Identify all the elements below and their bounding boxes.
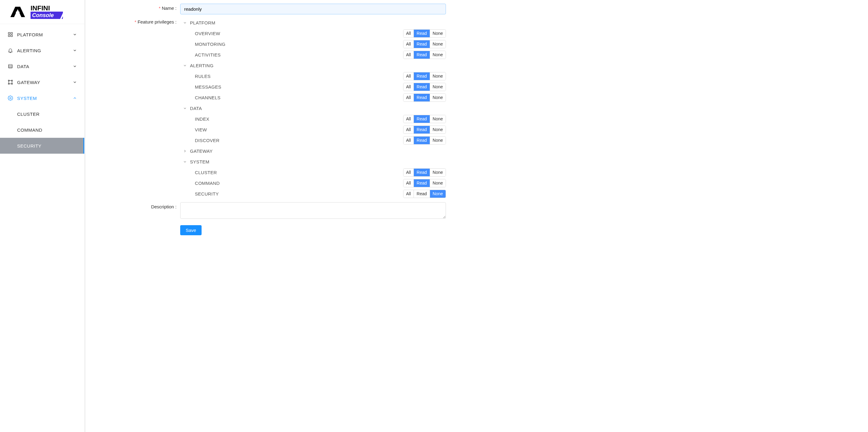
svg-rect-6 xyxy=(11,32,12,34)
seg-all-button[interactable]: All xyxy=(403,94,414,101)
seg-none-button[interactable]: None xyxy=(430,126,445,133)
sidebar-item-label: GATEWAY xyxy=(17,80,73,85)
sidebar-item-platform[interactable]: PLATFORM xyxy=(0,27,84,42)
sidebar-submenu-system: CLUSTER COMMAND SECURITY xyxy=(0,106,84,154)
seg-none-button[interactable]: None xyxy=(430,51,445,59)
seg-all-button[interactable]: All xyxy=(403,51,414,59)
seg-none-button[interactable]: None xyxy=(430,179,445,187)
svg-rect-9 xyxy=(8,64,12,68)
privilege-item-row: MESSAGESAllReadNone xyxy=(180,82,446,92)
seg-read-button[interactable]: Read xyxy=(414,179,430,187)
sidebar-item-label: DATA xyxy=(17,64,73,69)
seg-none-button[interactable]: None xyxy=(430,136,445,144)
seg-all-button[interactable]: All xyxy=(403,179,414,187)
name-label: *Name xyxy=(104,4,180,11)
privilege-group-data[interactable]: DATA xyxy=(180,103,446,114)
privilege-item-row: CLUSTERAllReadNone xyxy=(180,167,446,178)
seg-none-button[interactable]: None xyxy=(430,72,445,80)
privilege-segment: AllReadNone xyxy=(403,29,446,38)
sidebar-subitem-security[interactable]: SECURITY xyxy=(0,138,84,154)
seg-read-button[interactable]: Read xyxy=(414,72,430,80)
privilege-item-label: CLUSTER xyxy=(195,170,403,175)
privilege-group-gateway[interactable]: GATEWAY xyxy=(180,146,446,156)
privilege-group-system[interactable]: SYSTEM xyxy=(180,156,446,167)
seg-read-button[interactable]: Read xyxy=(414,40,430,48)
privilege-item-label: COMMAND xyxy=(195,181,403,186)
seg-all-button[interactable]: All xyxy=(403,126,414,133)
brand-line2: Console xyxy=(32,12,54,18)
chevron-down-icon xyxy=(73,48,77,53)
seg-all-button[interactable]: All xyxy=(403,115,414,123)
privilege-segment: AllReadNone xyxy=(403,93,446,102)
seg-none-button[interactable]: None xyxy=(430,30,445,37)
seg-read-button[interactable]: Read xyxy=(414,136,430,144)
sidebar-item-gateway[interactable]: GATEWAY xyxy=(0,74,84,90)
brand-logo[interactable]: INFINI Console xyxy=(0,0,84,24)
seg-read-button[interactable]: Read xyxy=(414,83,430,91)
seg-read-button[interactable]: Read xyxy=(414,126,430,133)
privilege-segment: AllReadNone xyxy=(403,83,446,91)
sidebar-item-system[interactable]: SYSTEM xyxy=(0,90,84,106)
seg-all-button[interactable]: All xyxy=(403,72,414,80)
seg-all-button[interactable]: All xyxy=(403,168,414,176)
privilege-segment: AllReadNone xyxy=(403,136,446,145)
privilege-segment: AllReadNone xyxy=(403,179,446,187)
privilege-segment: AllReadNone xyxy=(403,40,446,48)
privilege-segment: AllReadNone xyxy=(403,190,446,198)
privilege-item-label: SECURITY xyxy=(195,191,403,196)
sidebar: INFINI Console PLATFORM xyxy=(0,0,86,432)
privilege-item-label: INDEX xyxy=(195,116,403,122)
seg-all-button[interactable]: All xyxy=(403,136,414,144)
svg-rect-15 xyxy=(11,84,12,84)
privilege-group-alerting[interactable]: ALERTING xyxy=(180,60,446,71)
seg-all-button[interactable]: All xyxy=(403,190,414,198)
sidebar-item-data[interactable]: DATA xyxy=(0,58,84,74)
seg-read-button[interactable]: Read xyxy=(414,51,430,59)
grid-icon xyxy=(7,31,13,38)
privilege-group-label: PLATFORM xyxy=(190,20,215,25)
privilege-segment: AllReadNone xyxy=(403,168,446,177)
privilege-item-label: OVERVIEW xyxy=(195,31,403,36)
save-button[interactable]: Save xyxy=(180,225,202,235)
privilege-item-row: INDEXAllReadNone xyxy=(180,114,446,124)
bounding-box-icon xyxy=(7,79,13,85)
seg-none-button[interactable]: None xyxy=(430,168,445,176)
privilege-group-label: DATA xyxy=(190,106,202,111)
chevron-right-icon[interactable] xyxy=(183,149,187,153)
sidebar-subitem-cluster[interactable]: CLUSTER xyxy=(0,106,84,122)
privilege-group-platform[interactable]: PLATFORM xyxy=(180,18,446,28)
seg-all-button[interactable]: All xyxy=(403,40,414,48)
description-label: Description xyxy=(104,202,180,209)
privilege-segment: AllReadNone xyxy=(403,72,446,80)
privilege-item-row: SECURITYAllReadNone xyxy=(180,188,446,199)
seg-read-button[interactable]: Read xyxy=(414,30,430,37)
sidebar-menu: PLATFORM ALERTING DATA GATEWAY SYSTEM xyxy=(0,24,84,154)
privilege-item-row: OVERVIEWAllReadNone xyxy=(180,28,446,39)
sidebar-subitem-command[interactable]: COMMAND xyxy=(0,122,84,138)
seg-none-button[interactable]: None xyxy=(430,115,445,123)
privilege-segment: AllReadNone xyxy=(403,51,446,59)
brand-line1: INFINI xyxy=(31,4,50,12)
svg-rect-7 xyxy=(8,35,10,37)
seg-read-button[interactable]: Read xyxy=(414,168,430,176)
seg-none-button[interactable]: None xyxy=(430,40,445,48)
seg-none-button[interactable]: None xyxy=(430,83,445,91)
seg-all-button[interactable]: All xyxy=(403,83,414,91)
chevron-down-icon[interactable] xyxy=(183,64,187,68)
description-textarea[interactable] xyxy=(180,202,446,219)
seg-none-button[interactable]: None xyxy=(430,190,445,198)
sidebar-item-alerting[interactable]: ALERTING xyxy=(0,42,84,58)
privilege-item-row: DISCOVERAllReadNone xyxy=(180,135,446,146)
privilege-item-label: ACTIVITIES xyxy=(195,52,403,57)
svg-rect-13 xyxy=(11,80,12,81)
seg-read-button[interactable]: Read xyxy=(414,94,430,101)
seg-none-button[interactable]: None xyxy=(430,94,445,101)
chevron-down-icon[interactable] xyxy=(183,21,187,25)
seg-read-button[interactable]: Read xyxy=(414,115,430,123)
seg-all-button[interactable]: All xyxy=(403,30,414,37)
svg-point-20 xyxy=(10,97,11,99)
name-input[interactable] xyxy=(180,4,446,14)
seg-read-button[interactable]: Read xyxy=(414,190,430,198)
chevron-down-icon[interactable] xyxy=(183,106,187,111)
chevron-down-icon[interactable] xyxy=(183,160,187,164)
